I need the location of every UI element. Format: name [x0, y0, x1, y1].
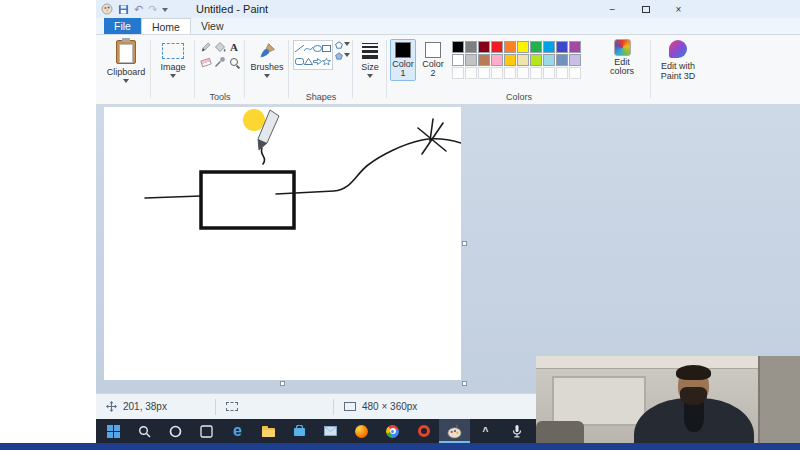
tray-expand-button[interactable]: ^ [470, 419, 501, 443]
canvas-resize-handle-corner[interactable] [462, 381, 467, 386]
color2-button[interactable]: Color 2 [420, 39, 446, 81]
pencil-icon [200, 41, 212, 53]
start-button[interactable] [98, 419, 129, 443]
palette-color[interactable] [452, 41, 464, 53]
palette-color[interactable] [504, 41, 516, 53]
palette-color[interactable] [504, 54, 516, 66]
color-palette [452, 41, 581, 79]
palette-color[interactable] [491, 41, 503, 53]
palette-empty-slot[interactable] [530, 67, 542, 79]
size-button[interactable]: Size [356, 35, 384, 81]
palette-color[interactable] [491, 54, 503, 66]
palette-color[interactable] [543, 41, 555, 53]
taskbar-store-button[interactable] [284, 419, 315, 443]
shape-oval-icon[interactable] [313, 45, 322, 52]
color-picker-tool-button[interactable] [214, 55, 227, 69]
person-shirt [684, 402, 704, 432]
cortana-button[interactable] [160, 419, 191, 443]
taskbar-chrome-button[interactable] [377, 419, 408, 443]
microphone-button[interactable] [501, 419, 532, 443]
palette-color[interactable] [465, 54, 477, 66]
highlight-glow [243, 109, 265, 131]
palette-empty-slot[interactable] [452, 67, 464, 79]
drawing-canvas[interactable] [104, 107, 461, 380]
maximize-button[interactable] [629, 0, 662, 18]
palette-color[interactable] [530, 54, 542, 66]
pencil-tool-button[interactable] [200, 40, 213, 54]
shape-line-icon[interactable] [295, 45, 304, 52]
redo-button[interactable]: ↷ [148, 0, 157, 18]
palette-empty-slot[interactable] [543, 67, 555, 79]
palette-color[interactable] [530, 41, 542, 53]
chrome-icon [386, 425, 399, 438]
shape-star-icon[interactable] [322, 58, 331, 65]
palette-color[interactable] [465, 41, 477, 53]
paste-button[interactable]: Clipboard [104, 35, 148, 86]
taskbar-paint-button[interactable] [439, 419, 470, 443]
shape-fill-button[interactable] [335, 52, 350, 60]
text-tool-button[interactable]: A [228, 40, 241, 54]
minimize-button[interactable]: − [596, 0, 629, 18]
color2-swatch [425, 42, 441, 58]
task-view-button[interactable] [191, 419, 222, 443]
edit-with-paint3d-button[interactable]: Edit with Paint 3D [654, 35, 702, 81]
canvas-resize-handle-bottom[interactable] [280, 381, 285, 386]
taskbar-edge-button[interactable]: e [222, 419, 253, 443]
video-frame: ↶ ↷ Untitled - Paint − × File Home View … [0, 0, 800, 450]
palette-color[interactable] [478, 54, 490, 66]
tab-file[interactable]: File [104, 18, 141, 34]
taskbar-search-button[interactable] [129, 419, 160, 443]
shape-rounded-rectangle-icon[interactable] [295, 58, 304, 65]
statusbar-selection-size [216, 394, 333, 419]
palette-empty-slot[interactable] [517, 67, 529, 79]
shape-arrow-icon[interactable] [313, 58, 322, 65]
palette-empty-slot[interactable] [569, 67, 581, 79]
palette-empty-slot[interactable] [465, 67, 477, 79]
cursor-position-icon [106, 401, 117, 412]
qat-dropdown-caret-icon[interactable] [162, 8, 168, 15]
palette-color[interactable] [556, 41, 568, 53]
brush-icon [259, 42, 276, 59]
palette-empty-slot[interactable] [504, 67, 516, 79]
palette-color[interactable] [543, 54, 555, 66]
palette-color[interactable] [517, 54, 529, 66]
select-button[interactable]: Image [154, 35, 192, 81]
tab-view[interactable]: View [191, 18, 234, 34]
palette-color[interactable] [569, 41, 581, 53]
ribbon-group-image: Image [154, 35, 192, 105]
shape-curve-icon[interactable] [304, 45, 313, 52]
shape-outline-button[interactable] [335, 41, 350, 49]
palette-empty-slot[interactable] [491, 67, 503, 79]
palette-color[interactable] [517, 41, 529, 53]
taskbar-mail-button[interactable] [315, 419, 346, 443]
eraser-tool-button[interactable] [200, 55, 213, 69]
undo-button[interactable]: ↶ [134, 0, 143, 18]
taskbar-file-explorer-button[interactable] [253, 419, 284, 443]
shape-rectangle-icon[interactable] [322, 45, 331, 52]
save-button[interactable] [118, 4, 129, 15]
palette-color[interactable] [556, 54, 568, 66]
palette-color[interactable] [569, 54, 581, 66]
dropdown-caret-icon [170, 74, 176, 81]
palette-color[interactable] [452, 54, 464, 66]
close-button[interactable]: × [662, 0, 695, 18]
taskbar-opera-button[interactable] [408, 419, 439, 443]
drawn-curve-line [276, 139, 461, 194]
tab-home[interactable]: Home [141, 18, 191, 34]
canvas-resize-handle-right[interactable] [462, 241, 467, 246]
fill-tool-button[interactable] [214, 40, 227, 54]
color1-button[interactable]: Color 1 [390, 39, 416, 81]
selection-size-icon [226, 402, 238, 411]
shape-triangle-icon[interactable] [304, 58, 313, 65]
select-rectangle-icon [162, 43, 184, 59]
taskbar-firefox-button[interactable] [346, 419, 377, 443]
webcam-door-frame [758, 356, 800, 443]
palette-color[interactable] [478, 41, 490, 53]
brushes-button[interactable]: Brushes [248, 35, 286, 81]
dropdown-caret-icon [123, 79, 129, 86]
palette-empty-slot[interactable] [478, 67, 490, 79]
magnifier-tool-button[interactable] [228, 55, 241, 69]
eyedropper-icon [214, 56, 226, 68]
palette-empty-slot[interactable] [556, 67, 568, 79]
edit-colors-button[interactable]: Edit colors [602, 39, 642, 76]
